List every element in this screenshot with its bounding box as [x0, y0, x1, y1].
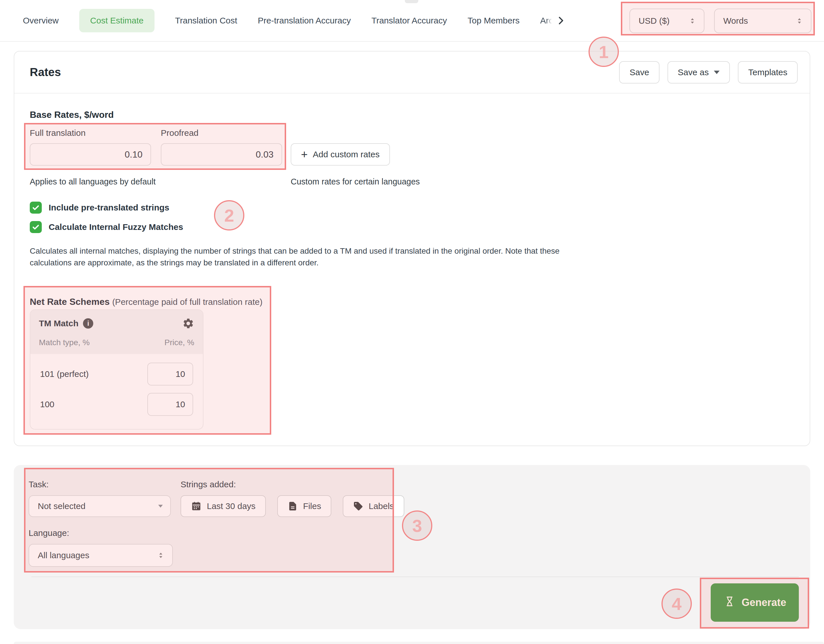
checkbox-checked-icon — [30, 221, 42, 233]
chevron-down-icon — [158, 505, 163, 508]
rates-actions: Save Save as Templates — [619, 61, 798, 83]
tab-overview[interactable]: Overview — [23, 16, 58, 26]
page-title: Rates — [30, 66, 61, 79]
tm-row-100: 100 — [40, 393, 193, 416]
file-icon — [287, 501, 298, 511]
sort-arrows-icon — [689, 17, 696, 25]
language-select[interactable]: All languages — [29, 544, 173, 567]
tm-match-card: TM Match i Match type, % Price, % 101 (p… — [30, 310, 203, 429]
proofread-field: Proofread — [161, 127, 282, 166]
date-range-label: Last 30 days — [207, 501, 255, 511]
report-unit-controls: USD ($) Words — [629, 9, 812, 33]
proofread-label: Proofread — [161, 127, 282, 139]
files-button[interactable]: Files — [277, 495, 331, 517]
save-as-button[interactable]: Save as — [667, 61, 730, 83]
tab-translation-cost[interactable]: Translation Cost — [175, 16, 237, 26]
task-group: Task: Not selected — [29, 479, 171, 517]
tab-pre-translation-accuracy[interactable]: Pre-translation Accuracy — [258, 16, 351, 26]
checkbox-checked-icon — [30, 202, 42, 214]
net-rate-schemes-title: Net Rate Schemes — [30, 296, 109, 307]
plus-icon: + — [301, 149, 307, 160]
task-label: Task: — [29, 479, 171, 490]
rates-panel-body: Base Rates, $/word Full translation Proo… — [14, 94, 810, 446]
unit-select[interactable]: Words — [714, 9, 812, 33]
task-select-value: Not selected — [38, 501, 86, 511]
tm-match-title: TM Match — [39, 319, 78, 328]
base-rates-hints: Applies to all languages by default Cust… — [30, 176, 794, 187]
add-custom-rates-label: Add custom rates — [313, 150, 380, 159]
language-select-value: All languages — [38, 550, 89, 560]
calendar-icon — [191, 501, 202, 512]
templates-button-label: Templates — [748, 67, 787, 77]
generate-button-label: Generate — [742, 596, 786, 609]
base-rates-hint-left: Applies to all languages by default — [30, 176, 291, 187]
base-rates-hint-right: Custom rates for certain languages — [291, 176, 420, 187]
internal-fuzzy-checkbox[interactable]: Calculate Internal Fuzzy Matches — [30, 221, 794, 233]
generate-button[interactable]: Generate — [711, 583, 799, 622]
tm-row-100-input[interactable] — [148, 393, 193, 416]
report-generator-panel: Task: Not selected Strings added: Last 3… — [14, 465, 810, 629]
tm-row-100-label: 100 — [40, 400, 54, 409]
unit-select-value: Words — [723, 16, 748, 26]
rates-panel: Rates Save Save as Templates Base Rates,… — [14, 51, 810, 446]
full-translation-input[interactable] — [30, 143, 151, 166]
add-custom-rates-button[interactable]: + Add custom rates — [291, 143, 390, 166]
gear-icon[interactable] — [182, 317, 194, 330]
files-label: Files — [303, 501, 321, 511]
fuzzy-matches-note: Calculates all internal matches, display… — [30, 245, 590, 268]
proofread-input[interactable] — [161, 143, 282, 166]
tab-cost-estimate[interactable]: Cost Estimate — [79, 9, 155, 32]
tab-translator-accuracy[interactable]: Translator Accuracy — [371, 16, 447, 26]
tag-icon — [353, 501, 363, 511]
chevron-down-icon — [714, 71, 719, 74]
sort-arrows-icon — [157, 551, 165, 560]
tm-match-header: TM Match i Match type, % Price, % — [30, 310, 203, 354]
save-as-button-label: Save as — [678, 67, 709, 77]
info-icon[interactable]: i — [83, 318, 93, 328]
report-tabs-bar: Overview Cost Estimate Translation Cost … — [0, 0, 824, 42]
next-section-edge — [14, 642, 824, 644]
strings-added-group: Strings added: Last 30 days Files — [181, 479, 404, 517]
date-range-button[interactable]: Last 30 days — [181, 495, 266, 517]
labels-label: Labels — [369, 501, 394, 511]
tm-row-101-label: 101 (perfect) — [40, 369, 89, 379]
tm-col-match-type: Match type, % — [39, 338, 89, 347]
include-pretranslated-checkbox[interactable]: Include pre-translated strings — [30, 202, 794, 214]
internal-fuzzy-label: Calculate Internal Fuzzy Matches — [49, 222, 183, 232]
tm-match-body: 101 (perfect) 100 — [30, 354, 203, 429]
rates-panel-header: Rates Save Save as Templates — [14, 52, 810, 94]
base-rates-heading: Base Rates, $/word — [30, 108, 794, 121]
strings-added-label: Strings added: — [181, 479, 404, 490]
full-translation-field: Full translation — [30, 127, 151, 166]
tab-archived-truncated[interactable]: Arc — [540, 16, 553, 26]
tabs-overflow-chevron-icon[interactable] — [555, 15, 566, 26]
currency-select-value: USD ($) — [639, 16, 669, 26]
include-pretranslated-label: Include pre-translated strings — [49, 203, 169, 213]
task-select[interactable]: Not selected — [29, 495, 171, 517]
tm-col-price: Price, % — [164, 338, 194, 347]
sort-arrows-icon — [795, 17, 803, 25]
templates-button[interactable]: Templates — [738, 61, 798, 83]
base-rates-row: Full translation Proofread + Add custom … — [30, 127, 794, 166]
hourglass-icon — [723, 595, 736, 610]
window-drag-handle — [405, 0, 418, 3]
save-button-label: Save — [629, 67, 649, 77]
full-translation-label: Full translation — [30, 127, 151, 139]
tm-row-101: 101 (perfect) — [40, 363, 193, 385]
net-rate-schemes-heading: Net Rate Schemes (Percentage paid of ful… — [30, 295, 794, 308]
currency-select[interactable]: USD ($) — [629, 9, 704, 33]
save-button[interactable]: Save — [619, 61, 659, 83]
tab-list: Overview Cost Estimate Translation Cost … — [23, 9, 553, 32]
language-label: Language: — [29, 527, 799, 539]
net-rate-schemes-hint: (Percentage paid of full translation rat… — [112, 297, 262, 307]
tab-top-members[interactable]: Top Members — [467, 16, 520, 26]
tm-row-101-input[interactable] — [148, 363, 193, 385]
labels-button[interactable]: Labels — [343, 495, 404, 517]
